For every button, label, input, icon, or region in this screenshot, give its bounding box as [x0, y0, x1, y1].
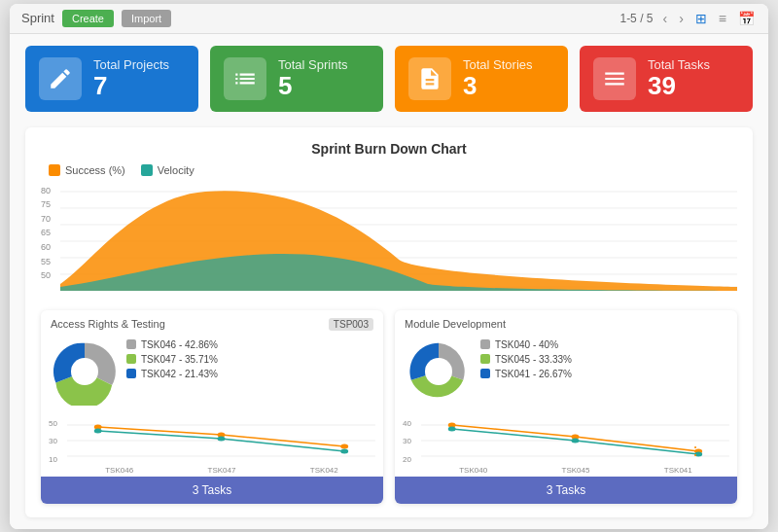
stat-card-tasks: Total Tasks 39 [580, 46, 753, 112]
title-bar-right: 1-5 / 5 ‹ › ⊞ ≡ 📅 [619, 11, 757, 26]
legend-row: TSK046 - 42.86% [126, 339, 373, 350]
mini-card-module-dev: Module Development [395, 310, 737, 504]
line-chart-2: 40 30 20 [395, 413, 737, 477]
legend-sq [126, 369, 136, 378]
legend-row: TSK040 - 40% [480, 339, 727, 350]
stat-label-projects: Total Projects [93, 57, 169, 72]
stat-icon-tasks [593, 57, 636, 100]
prev-button[interactable]: ‹ [660, 11, 669, 26]
stat-value-projects: 7 [93, 72, 169, 100]
stat-card-sprints: Total Sprints 5 [210, 46, 383, 112]
svg-point-17 [425, 358, 452, 385]
svg-point-14 [94, 428, 102, 433]
svg-point-24 [448, 426, 456, 431]
stat-icon-projects [39, 57, 82, 100]
import-button[interactable]: Import [122, 10, 171, 27]
legend-success-label: Success (%) [65, 164, 125, 176]
mini-card-1-footer[interactable]: 3 Tasks [41, 477, 383, 504]
svg-point-7 [71, 358, 98, 385]
legend-sq [480, 354, 490, 364]
stat-label-tasks: Total Tasks [648, 57, 710, 72]
mini-card-1-legend: TSK046 - 42.86% TSK047 - 35.71% TSK042 -… [126, 337, 373, 383]
grid-view-button[interactable]: ⊞ [693, 11, 709, 26]
stat-info-tasks: Total Tasks 39 [648, 57, 710, 100]
mini-card-2-legend: TSK040 - 40% TSK045 - 33.33% TSK041 - 26… [480, 337, 727, 383]
legend-sq [126, 339, 136, 349]
list-view-button[interactable]: ≡ [717, 11, 728, 26]
svg-point-25 [572, 438, 580, 443]
content-area: Total Projects 7 Total Sprints 5 Total S… [10, 34, 768, 529]
calendar-view-button[interactable]: 📅 [736, 11, 757, 26]
legend-velocity-label: Velocity [158, 164, 194, 176]
legend-sq [480, 369, 490, 378]
stat-card-stories: Total Stories 3 [395, 46, 568, 112]
legend-row: TSK047 - 35.71% [126, 354, 373, 365]
pie-chart-2 [405, 337, 473, 406]
stat-info-stories: Total Stories 3 [463, 57, 533, 100]
mini-card-2-body: TSK040 - 40% TSK045 - 33.33% TSK041 - 26… [395, 334, 737, 413]
legend-sq [126, 354, 136, 364]
pagination: 1-5 / 5 [619, 12, 653, 25]
mini-card-2-header: Module Development [395, 310, 737, 334]
window-title: Sprint [21, 11, 54, 25]
legend-velocity-dot [141, 164, 153, 176]
legend-row: TSK045 - 33.33% [480, 354, 727, 365]
burn-down-svg [60, 182, 737, 299]
line-svg-2 [421, 417, 729, 466]
svg-point-16 [340, 448, 348, 453]
mini-card-2-footer[interactable]: 3 Tasks [395, 477, 737, 504]
title-bar-left: Sprint Create Import [21, 10, 171, 27]
legend-success-dot [49, 164, 60, 176]
next-button[interactable]: › [677, 11, 686, 26]
chart-legend: Success (%) Velocity [41, 164, 737, 176]
mini-card-1-header: Access Rights & Testing TSP003 [41, 310, 383, 334]
line-svg-1 [67, 417, 375, 466]
main-window: Sprint Create Import 1-5 / 5 ‹ › ⊞ ≡ 📅 T… [10, 4, 768, 529]
stat-icon-stories [408, 57, 451, 100]
stat-cards-row: Total Projects 7 Total Sprints 5 Total S… [25, 46, 753, 112]
stat-info-projects: Total Projects 7 [93, 57, 169, 100]
legend-row: TSK042 - 21.43% [126, 369, 373, 379]
chart-title: Sprint Burn Down Chart [41, 141, 737, 157]
legend-velocity: Velocity [141, 164, 194, 176]
pie-chart-1 [51, 337, 119, 406]
legend-success: Success (%) [49, 164, 125, 176]
svg-point-13 [340, 443, 348, 448]
title-bar: Sprint Create Import 1-5 / 5 ‹ › ⊞ ≡ 📅 [10, 4, 768, 34]
burn-down-chart-section: Sprint Burn Down Chart Success (%) Veloc… [25, 127, 753, 517]
mini-cards-row: Access Rights & Testing TSP003 [41, 310, 737, 504]
mini-card-access-rights: Access Rights & Testing TSP003 [41, 310, 383, 504]
stat-icon-sprints [224, 57, 266, 100]
burn-chart-wrapper: 80 75 70 65 60 55 50 [41, 182, 737, 299]
create-button[interactable]: Create [62, 10, 114, 27]
stat-value-sprints: 5 [278, 72, 348, 100]
legend-sq [480, 339, 490, 349]
stat-value-tasks: 39 [648, 72, 710, 100]
stat-label-sprints: Total Sprints [278, 57, 348, 72]
svg-point-15 [218, 436, 226, 441]
badge-tsp003: TSP003 [329, 318, 373, 331]
line-chart-1: 50 30 10 [41, 413, 383, 477]
stat-card-projects: Total Projects 7 [25, 46, 198, 112]
stat-info-sprints: Total Sprints 5 [278, 57, 348, 100]
stat-label-stories: Total Stories [463, 57, 533, 72]
y-axis-labels: 80 75 70 65 60 55 50 [41, 182, 60, 299]
mini-card-1-body: TSK046 - 42.86% TSK047 - 35.71% TSK042 -… [41, 334, 383, 413]
legend-row: TSK041 - 26.67% [480, 369, 727, 379]
stat-value-stories: 3 [463, 72, 533, 100]
